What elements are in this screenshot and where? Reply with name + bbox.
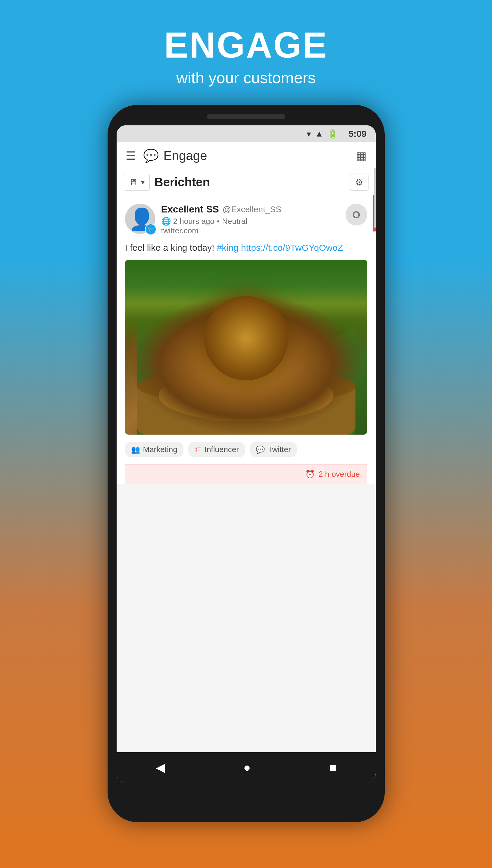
scrollbar-thumb[interactable]	[374, 168, 376, 228]
svg-point-1	[211, 260, 367, 347]
user-handle: @Excellent_SS	[223, 204, 281, 214]
source-text: twitter.com	[161, 226, 199, 235]
status-bar: ▾ ▲ 🔋 5:09	[117, 125, 376, 142]
page-title: ENGAGE	[164, 24, 328, 66]
signal-icon: ▲	[315, 129, 324, 139]
marketing-icon: 👥	[131, 445, 140, 454]
page-subtitle: with your customers	[164, 69, 328, 87]
twitter-bird-icon: 🐦	[147, 226, 154, 233]
time-ago: 2 hours ago	[173, 217, 215, 226]
user-name-row: Excellent SS @Excellent_SS	[161, 204, 346, 215]
overdue-clock-icon: ⏰	[305, 469, 315, 479]
svg-point-2	[268, 260, 367, 326]
message-hashtag[interactable]: #king	[217, 243, 239, 252]
globe-icon: 🌐	[161, 217, 171, 226]
message-card: 🐦 Excellent SS @Excellent_SS 🌐 2 hours a…	[117, 195, 376, 484]
twitter-tag-icon: 💬	[256, 445, 265, 454]
reply-button[interactable]: O	[346, 204, 367, 225]
sliders-icon: ⚙	[355, 177, 363, 187]
influencer-label: Influencer	[204, 445, 239, 454]
svg-point-5	[137, 369, 355, 404]
message-link[interactable]: https://t.co/9TwGYqOwoZ	[241, 243, 343, 252]
svg-rect-4	[137, 382, 355, 435]
user-info: Excellent SS @Excellent_SS 🌐 2 hours ago…	[161, 204, 346, 235]
filter-bar: 🖥 ▾ Berichten ⚙	[117, 169, 376, 195]
app-title: Engage	[164, 149, 356, 163]
back-nav-button[interactable]: ◀	[156, 761, 165, 774]
hamburger-icon[interactable]: ☰	[126, 149, 136, 163]
bottom-nav: ◀ ● ■	[117, 752, 376, 782]
chat-icon: 💬	[143, 148, 159, 163]
filter-title: Berichten	[154, 175, 350, 189]
grid-view-icon[interactable]: ▦	[356, 149, 367, 163]
message-prefix: I feel like a king today!	[125, 243, 217, 252]
tag-influencer[interactable]: 🏷 Influencer	[188, 442, 245, 457]
app-bar: ☰ 💬 Engage ▦	[117, 142, 376, 169]
svg-point-6	[159, 369, 334, 421]
overdue-banner: ⏰ 2 h overdue	[125, 464, 367, 484]
user-meta: 🌐 2 hours ago • Neutral	[161, 217, 346, 226]
svg-point-10	[231, 349, 242, 358]
phone-frame: ▾ ▲ 🔋 5:09 ☰ 💬 Engage ▦ 🖥 ▾ Berichten ⚙	[107, 105, 385, 822]
user-source: twitter.com	[161, 226, 346, 235]
svg-point-19	[242, 321, 312, 373]
message-header: 🐦 Excellent SS @Excellent_SS 🌐 2 hours a…	[125, 204, 367, 235]
tag-marketing[interactable]: 👥 Marketing	[125, 442, 183, 457]
svg-point-8	[211, 331, 281, 403]
tags-row: 👥 Marketing 🏷 Influencer 💬 Twitter	[125, 442, 367, 464]
svg-point-7	[202, 321, 290, 408]
twitter-badge: 🐦	[145, 224, 156, 235]
svg-point-18	[252, 400, 292, 421]
recent-nav-button[interactable]: ■	[329, 761, 336, 774]
dropdown-arrow-icon: ▾	[141, 178, 145, 187]
svg-point-9	[218, 330, 274, 391]
reply-label: O	[352, 209, 360, 221]
lion-svg	[125, 260, 367, 435]
scrollbar-track[interactable]	[373, 125, 376, 782]
wifi-icon: ▾	[307, 129, 311, 139]
phone-screen: ▾ ▲ 🔋 5:09 ☰ 💬 Engage ▦ 🖥 ▾ Berichten ⚙	[117, 125, 376, 782]
avatar-container: 🐦	[125, 204, 155, 234]
home-nav-button[interactable]: ●	[243, 761, 251, 774]
svg-point-15	[217, 326, 236, 347]
page-header: ENGAGE with your customers	[164, 0, 328, 105]
phone-speaker	[207, 114, 285, 119]
twitter-label: Twitter	[268, 445, 291, 454]
settings-button[interactable]: ⚙	[350, 174, 368, 191]
marketing-label: Marketing	[143, 445, 177, 454]
sentiment: Neutral	[222, 217, 247, 226]
separator: •	[217, 217, 220, 226]
svg-point-16	[256, 326, 275, 347]
svg-point-13	[253, 352, 258, 356]
lion-image	[125, 260, 367, 435]
influencer-icon: 🏷	[194, 445, 201, 454]
filter-dropdown[interactable]: 🖥 ▾	[124, 174, 150, 191]
clock: 5:09	[348, 129, 366, 139]
overdue-label: 2 h overdue	[318, 469, 360, 479]
svg-point-14	[240, 360, 252, 369]
tag-twitter[interactable]: 💬 Twitter	[250, 442, 297, 457]
user-name: Excellent SS	[161, 204, 219, 215]
inbox-icon: 🖥	[129, 177, 138, 188]
svg-point-11	[250, 349, 261, 358]
svg-point-12	[234, 352, 239, 356]
svg-rect-0	[137, 260, 355, 435]
svg-point-3	[198, 264, 320, 334]
battery-icon: 🔋	[327, 129, 338, 139]
message-text: I feel like a king today! #king https://…	[125, 241, 367, 255]
svg-point-17	[202, 400, 242, 421]
